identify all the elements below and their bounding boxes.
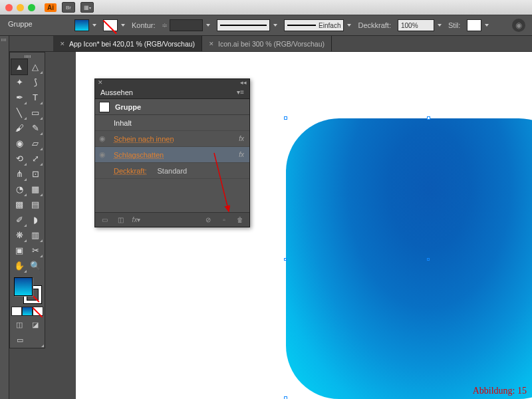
row-label[interactable]: Deckkraft: [114,167,147,175]
fill-stroke-indicator[interactable] [11,276,45,305]
scale-tool[interactable]: ⤢ [27,151,43,166]
paintbrush-tool[interactable]: 🖌 [11,120,27,136]
stroke-weight-field[interactable]: ≑ [162,19,210,31]
direct-selection-tool[interactable]: △ [27,59,43,74]
control-bar: Kontur: ≑ Einfach Deckkraft: 100% Stil: … [0,15,532,36]
pen-tool[interactable]: ✒ [11,90,27,105]
gradient-tool[interactable]: ▤ [27,197,43,212]
screen-mode-row: ◫ ◪ [11,318,43,331]
close-panel-icon[interactable]: ✕ [98,79,103,86]
selection-type-label: Gruppe [8,20,33,28]
eyedropper-tool[interactable]: ✐ [11,212,27,227]
column-graph-tool[interactable]: ▥ [27,227,43,243]
tab-label: Icon.ai bei 300 % (RGB/Vorschau) [218,40,325,48]
selection-handle[interactable] [427,116,430,120]
width-tool[interactable]: ⋔ [11,166,27,182]
duplicate-item-icon[interactable]: ▫ [219,215,229,225]
document-tab-active[interactable]: ✕ App Icon* bei 420,01 % (RGB/Vorschau) [53,36,202,51]
visibility-icon[interactable]: ◉ [99,134,108,143]
draw-behind-icon[interactable]: ◪ [27,318,43,331]
arrange-documents-button[interactable]: ▦▾ [80,2,94,13]
macos-title-bar: Ai Br ▦▾ [0,0,532,15]
document-setup-icon[interactable]: ◉ [512,19,525,32]
selection-handle[interactable] [284,116,287,120]
collapse-panel-icon[interactable]: ◂◂ [240,79,247,86]
slice-tool[interactable]: ✂ [27,243,43,258]
line-tool[interactable]: ╲ [11,105,27,120]
panel-menu-icon[interactable]: ▾≡ [237,88,244,96]
figure-caption: Abbildung: 15 [473,386,527,396]
appearance-drop-shadow-row[interactable]: ◉ Schlagschatten fx [95,147,249,163]
fill-control[interactable] [74,19,96,31]
row-label[interactable]: Schein nach innen [114,135,233,143]
graphic-style-dropdown[interactable] [467,19,489,31]
panel-title-grip[interactable]: ✕ ◂◂ [95,79,249,86]
lasso-tool[interactable]: ⟆ [27,74,43,90]
symbol-sprayer-tool[interactable]: ❋ [11,227,27,243]
magic-wand-tool[interactable]: ✦ [11,74,27,90]
screen-mode-button[interactable]: ▭ [11,333,28,346]
color-mode-none[interactable] [33,307,43,316]
selection-anchor[interactable] [284,258,287,261]
opacity-value[interactable]: Standard [158,167,188,175]
close-window-button[interactable] [5,4,13,11]
delete-item-icon[interactable]: 🗑 [235,215,245,225]
opacity-field[interactable]: 100% [398,19,442,31]
artboard-tool[interactable]: ▣ [11,243,27,258]
color-mode-gradient[interactable] [22,307,33,316]
fill-swatch[interactable] [74,19,89,31]
draw-normal-icon[interactable]: ◫ [11,318,27,331]
appearance-tab[interactable]: Aussehen [100,88,133,96]
brush-profile-dropdown[interactable]: Einfach [284,19,351,31]
selection-handle[interactable] [284,396,287,399]
mesh-tool[interactable]: ▩ [11,197,27,212]
stroke-swatch[interactable] [103,19,118,31]
left-dock-strip [0,36,9,399]
stroke-control[interactable] [103,19,125,31]
appearance-contents-row[interactable]: Inhalt [95,115,249,131]
visibility-icon[interactable]: ◉ [99,150,108,159]
pencil-tool[interactable]: ✎ [27,120,43,136]
zoom-tool[interactable]: 🔍 [27,258,43,273]
selection-tool[interactable]: ▲ [11,59,27,74]
profile-label: Einfach [319,22,340,29]
blob-brush-tool[interactable]: ◉ [11,136,27,151]
row-label[interactable]: Schlagschatten [114,151,233,159]
window-controls [5,4,35,11]
rectangle-tool[interactable]: ▭ [27,105,43,120]
app-icon-shape[interactable] [286,118,532,399]
fx-badge[interactable]: fx [239,135,244,142]
opacity-label: Deckkraft: [358,21,391,29]
perspective-grid-tool[interactable]: ▦ [27,182,43,197]
new-fill-icon[interactable]: ◫ [115,215,126,225]
opacity-value[interactable]: 100% [398,19,434,31]
new-stroke-icon[interactable]: ▭ [99,215,110,225]
appearance-opacity-row[interactable]: Deckkraft: Standard [95,163,249,179]
appearance-inner-glow-row[interactable]: ◉ Schein nach innen fx [95,131,249,147]
style-label: Stil: [448,21,460,29]
fx-badge[interactable]: fx [239,151,244,158]
zoom-window-button[interactable] [28,4,35,11]
eraser-tool[interactable]: ▱ [27,136,43,151]
close-tab-icon[interactable]: ✕ [60,41,65,47]
color-mode-row [11,307,43,316]
fill-indicator[interactable] [14,277,33,296]
panel-grip[interactable] [11,54,43,59]
object-thumbnail [99,102,110,112]
document-tab-inactive[interactable]: ✕ Icon.ai bei 300 % (RGB/Vorschau) [202,36,332,51]
fx-label: fx [132,216,138,223]
hand-tool[interactable]: ✋ [11,258,27,273]
rotate-tool[interactable]: ⟲ [11,151,27,166]
blend-tool[interactable]: ◗ [27,212,43,227]
minimize-window-button[interactable] [17,4,24,11]
close-tab-icon[interactable]: ✕ [209,41,214,47]
selection-center[interactable] [427,258,430,261]
shape-builder-tool[interactable]: ◔ [11,182,27,197]
bridge-button[interactable]: Br [62,2,75,13]
clear-appearance-icon[interactable]: ⊘ [203,215,213,225]
free-transform-tool[interactable]: ⊡ [27,166,43,182]
add-effect-icon[interactable]: fx▾ [131,215,142,225]
color-mode-solid[interactable] [11,307,22,316]
stroke-style-dropdown[interactable] [217,19,277,31]
type-tool[interactable]: T [27,90,43,105]
